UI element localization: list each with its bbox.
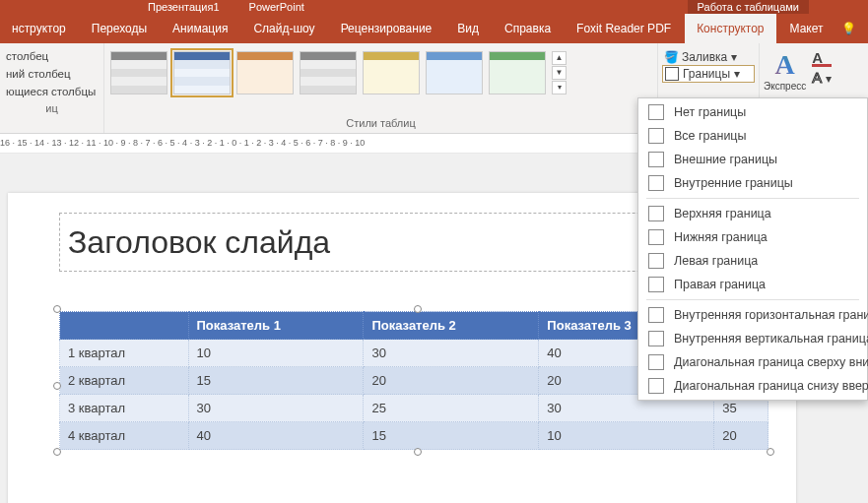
table-header[interactable]: Показатель 2	[364, 312, 539, 340]
table-cell[interactable]: 2 квартал	[60, 367, 189, 395]
tab-help[interactable]: Справка	[493, 14, 563, 43]
doc-name: Презентация1	[148, 1, 220, 13]
styles-group-label: Стили таблиц	[104, 115, 657, 133]
table-cell[interactable]: 30	[364, 340, 539, 367]
border-right[interactable]: Правая граница	[638, 273, 867, 296]
tab-constructor-prev[interactable]: нструктор	[0, 14, 78, 43]
all-borders-icon	[648, 128, 664, 144]
border-none[interactable]: Нет границы	[638, 100, 867, 124]
table-cell[interactable]: 40	[188, 422, 364, 450]
tab-table-design[interactable]: Конструктор	[685, 14, 775, 43]
table-cell[interactable]: 3 квартал	[60, 395, 189, 422]
left-border-icon	[648, 253, 664, 269]
table-cell[interactable]: 1 квартал	[60, 340, 189, 367]
borders-icon	[665, 67, 679, 81]
table-cell[interactable]: 20	[714, 422, 768, 450]
app-name: PowerPoint	[249, 1, 304, 13]
slide-title-text: Заголовок слайда	[68, 224, 330, 261]
border-inside-h[interactable]: Внутренняя горизонтальная граница	[638, 303, 867, 327]
text-outline-button[interactable]: A ▾	[812, 69, 832, 86]
tab-slideshow[interactable]: Слайд-шоу	[241, 14, 326, 43]
diag-up-icon	[648, 378, 664, 394]
tab-view[interactable]: Вид	[445, 14, 491, 43]
resize-handle-tm[interactable]	[414, 305, 422, 313]
tab-review[interactable]: Рецензирование	[329, 14, 444, 43]
gallery-up-icon[interactable]: ▲	[552, 51, 567, 65]
border-inside-v[interactable]: Внутренняя вертикальная граница	[638, 327, 867, 350]
resize-handle-ml[interactable]	[53, 382, 61, 390]
right-border-icon	[648, 277, 664, 292]
resize-handle-bm[interactable]	[414, 448, 422, 456]
table-cell[interactable]: 10	[539, 422, 714, 450]
menu-separator	[646, 299, 859, 300]
border-outside[interactable]: Внешние границы	[638, 148, 867, 171]
border-inside[interactable]: Внутренние границы	[638, 171, 867, 195]
inside-borders-icon	[648, 175, 664, 191]
tab-table-layout[interactable]: Макет	[778, 14, 835, 43]
gallery-down-icon[interactable]: ▼	[552, 66, 567, 80]
table-cell[interactable]: 20	[364, 367, 539, 395]
border-top[interactable]: Верхняя граница	[638, 202, 867, 225]
border-diag-up[interactable]: Диагональная граница снизу вверх	[638, 374, 867, 398]
resize-handle-br[interactable]	[767, 448, 774, 456]
border-bottom[interactable]: Нижняя граница	[638, 225, 867, 249]
bottom-border-icon	[648, 229, 664, 245]
table-style-6[interactable]	[426, 51, 483, 94]
border-left[interactable]: Левая граница	[638, 249, 867, 273]
opt-banded-cols[interactable]: ющиеся столбцы	[6, 83, 98, 100]
table-style-4[interactable]	[300, 51, 357, 94]
wordart-a-icon: A	[764, 49, 806, 81]
table-cell[interactable]: 30	[188, 395, 364, 422]
table-style-7[interactable]	[489, 51, 546, 94]
bucket-icon: 🪣	[664, 50, 678, 64]
title-bar: Презентация1 PowerPoint Работа с таблица…	[0, 0, 868, 14]
table-row: 4 квартал 40 15 10 20	[60, 422, 768, 450]
opt-last-col[interactable]: ний столбец	[6, 65, 98, 83]
table-style-1[interactable]	[110, 51, 167, 94]
border-diag-down[interactable]: Диагональная граница сверху вниз	[638, 350, 867, 374]
table-cell[interactable]: 15	[364, 422, 539, 450]
tell-me-icon[interactable]: 💡	[837, 14, 861, 43]
table-cell[interactable]: 4 квартал	[60, 422, 189, 450]
table-style-5[interactable]	[363, 51, 420, 94]
borders-button[interactable]: Границы ▾	[662, 65, 755, 83]
inside-h-border-icon	[648, 307, 664, 323]
wordart-quick-styles[interactable]: A Экспресс	[764, 49, 806, 92]
tab-transitions[interactable]: Переходы	[80, 14, 159, 43]
ribbon-tabs: нструктор Переходы Анимация Слайд-шоу Ре…	[0, 14, 868, 43]
resize-handle-bl[interactable]	[53, 448, 61, 456]
outside-borders-icon	[648, 152, 664, 167]
context-tab-label: Работа с таблицами	[688, 0, 809, 14]
table-cell[interactable]: 10	[188, 340, 364, 367]
table-options-group: столбец ний столбец ющиеся столбцы иц	[0, 43, 104, 133]
table-style-3[interactable]	[236, 51, 294, 94]
table-header[interactable]: Показатель 1	[188, 312, 364, 340]
borders-dropdown-menu: Нет границы Все границы Внешние границы …	[637, 97, 868, 401]
text-fill-button[interactable]: A	[812, 49, 832, 67]
resize-handle-tl[interactable]	[53, 305, 61, 313]
table-cell[interactable]: 25	[364, 395, 539, 422]
menu-separator	[646, 198, 859, 199]
table-style-2-selected[interactable]	[173, 51, 231, 94]
no-border-icon	[648, 104, 664, 120]
tab-animation[interactable]: Анимация	[161, 14, 239, 43]
top-border-icon	[648, 206, 664, 221]
fill-button[interactable]: 🪣 Заливка ▾	[662, 49, 755, 65]
table-styles-group: ▲ ▼ ▾ Стили таблиц	[104, 43, 658, 133]
gallery-more-icon[interactable]: ▾	[552, 81, 567, 94]
options-group-label: иц	[0, 100, 103, 118]
diag-down-icon	[648, 354, 664, 370]
border-all[interactable]: Все границы	[638, 124, 867, 148]
opt-first-col[interactable]: столбец	[6, 47, 98, 65]
tab-foxit[interactable]: Foxit Reader PDF	[565, 14, 683, 43]
table-cell[interactable]: 15	[188, 367, 364, 395]
table-header[interactable]	[60, 312, 189, 340]
inside-v-border-icon	[648, 331, 664, 346]
